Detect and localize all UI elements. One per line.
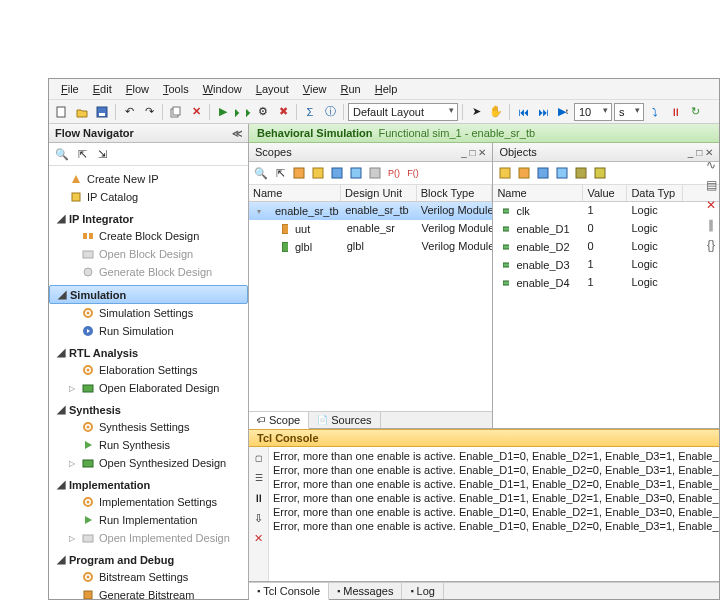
filter5-icon[interactable] bbox=[572, 164, 590, 182]
nav-group-ip-integrator[interactable]: ◢IP Integrator bbox=[49, 210, 248, 227]
pointer-icon[interactable]: ➤ bbox=[467, 103, 485, 121]
collapse-icon[interactable]: ⇱ bbox=[73, 145, 91, 163]
nav-item[interactable]: ▷Open Synthesized Design bbox=[49, 454, 248, 472]
menu-tools[interactable]: Tools bbox=[157, 81, 195, 97]
table-row[interactable]: enable_D10Logic bbox=[493, 220, 719, 238]
filter1-icon[interactable] bbox=[496, 164, 514, 182]
column-header[interactable]: Data Typ bbox=[627, 185, 683, 201]
menu-window[interactable]: Window bbox=[197, 81, 248, 97]
nav-tree[interactable]: Create New IPIP Catalog◢IP IntegratorCre… bbox=[49, 166, 248, 599]
run-all-icon[interactable]: ⏵⏵ bbox=[234, 103, 252, 121]
info-icon[interactable]: ⓘ bbox=[321, 103, 339, 121]
nav-item[interactable]: ▷Open Implemented Design bbox=[49, 529, 248, 547]
objects-table[interactable]: clk1Logicenable_D10Logicenable_D20Logice… bbox=[493, 202, 719, 428]
undo-icon[interactable]: ↶ bbox=[120, 103, 138, 121]
collapse-icon[interactable]: ⇱ bbox=[271, 164, 289, 182]
layout-combo[interactable]: Default Layout bbox=[348, 103, 458, 121]
save-icon[interactable] bbox=[93, 103, 111, 121]
pause-icon[interactable]: ⏸ bbox=[666, 103, 684, 121]
nav-item[interactable]: ▷Open Elaborated Design bbox=[49, 379, 248, 397]
slash-icon[interactable]: ∥ bbox=[708, 218, 714, 232]
restart-icon[interactable]: ⏮ bbox=[514, 103, 532, 121]
nav-item[interactable]: Create Block Design bbox=[49, 227, 248, 245]
menu-view[interactable]: View bbox=[297, 81, 333, 97]
column-header[interactable]: Name bbox=[249, 185, 341, 201]
func-icon[interactable]: F() bbox=[404, 164, 422, 182]
nav-item[interactable]: Open Block Design bbox=[49, 245, 248, 263]
nav-item[interactable]: Run Simulation bbox=[49, 322, 248, 340]
table-row[interactable]: enable_D31Logic bbox=[493, 256, 719, 274]
table-row[interactable]: ▾enable_sr_tbenable_sr_tbVerilog Module bbox=[249, 202, 492, 220]
redo-icon[interactable]: ↷ bbox=[140, 103, 158, 121]
nav-group-simulation[interactable]: ◢Simulation bbox=[49, 285, 248, 304]
filter2-icon[interactable] bbox=[515, 164, 533, 182]
tab-scope[interactable]: 🏷Scope bbox=[249, 412, 309, 429]
nav-item[interactable]: Generate Block Design bbox=[49, 263, 248, 281]
nav-item[interactable]: Bitstream Settings bbox=[49, 568, 248, 586]
box-orange2-icon[interactable] bbox=[309, 164, 327, 182]
filter6-icon[interactable] bbox=[591, 164, 609, 182]
tab-log[interactable]: ▪Log bbox=[402, 583, 444, 599]
nav-item[interactable]: Generate Bitstream bbox=[49, 586, 248, 599]
nav-group-program-and-debug[interactable]: ◢Program and Debug bbox=[49, 551, 248, 568]
column-header[interactable]: Design Unit bbox=[341, 185, 417, 201]
step-icon[interactable]: ⤵ bbox=[646, 103, 664, 121]
table-row[interactable]: enable_D41Logic bbox=[493, 274, 719, 292]
table-row[interactable]: uutenable_srVerilog Module bbox=[249, 220, 492, 238]
box-blue-icon[interactable] bbox=[328, 164, 346, 182]
box-orange-icon[interactable] bbox=[290, 164, 308, 182]
pause-log-icon[interactable]: ⏸ bbox=[250, 489, 268, 507]
close-icon[interactable]: ✕ bbox=[187, 103, 205, 121]
new-icon[interactable] bbox=[53, 103, 71, 121]
copy-icon[interactable] bbox=[167, 103, 185, 121]
menu-layout[interactable]: Layout bbox=[250, 81, 295, 97]
nav-item[interactable]: Implementation Settings bbox=[49, 493, 248, 511]
nav-group-implementation[interactable]: ◢Implementation bbox=[49, 476, 248, 493]
close-strip-icon[interactable]: ✕ bbox=[706, 198, 716, 212]
nav-item[interactable]: Elaboration Settings bbox=[49, 361, 248, 379]
menu-edit[interactable]: Edit bbox=[87, 81, 118, 97]
bracket-icon[interactable]: {} bbox=[707, 238, 715, 252]
db-icon[interactable]: ▤ bbox=[706, 178, 717, 192]
nav-item[interactable]: Run Synthesis bbox=[49, 436, 248, 454]
close-console-icon[interactable]: ✕ bbox=[250, 529, 268, 547]
relaunch-icon[interactable]: ↻ bbox=[686, 103, 704, 121]
clear-icon[interactable]: ☰ bbox=[250, 469, 268, 487]
menu-flow[interactable]: Flow bbox=[120, 81, 155, 97]
toggle-icon[interactable]: ▢ bbox=[250, 449, 268, 467]
table-row[interactable]: glblglblVerilog Module bbox=[249, 238, 492, 256]
step-over-icon[interactable]: ⏭ bbox=[534, 103, 552, 121]
filter3-icon[interactable] bbox=[534, 164, 552, 182]
filter4-icon[interactable] bbox=[553, 164, 571, 182]
menu-help[interactable]: Help bbox=[369, 81, 404, 97]
nav-item[interactable]: IP Catalog bbox=[49, 188, 248, 206]
box-blue2-icon[interactable] bbox=[347, 164, 365, 182]
tab-tcl-console[interactable]: ▪Tcl Console bbox=[249, 583, 329, 600]
table-row[interactable]: enable_D20Logic bbox=[493, 238, 719, 256]
sigma-icon[interactable]: Σ bbox=[301, 103, 319, 121]
nav-item[interactable]: Create New IP bbox=[49, 170, 248, 188]
time-unit-combo[interactable]: s bbox=[614, 103, 644, 121]
nav-group-rtl-analysis[interactable]: ◢RTL Analysis bbox=[49, 344, 248, 361]
stop-icon[interactable]: ✖ bbox=[274, 103, 292, 121]
nav-item[interactable]: Simulation Settings bbox=[49, 304, 248, 322]
run-time-icon[interactable]: ▶t bbox=[554, 103, 572, 121]
open-icon[interactable] bbox=[73, 103, 91, 121]
tab-sources[interactable]: 📄Sources bbox=[309, 412, 380, 428]
table-row[interactable]: clk1Logic bbox=[493, 202, 719, 220]
column-header[interactable]: Name bbox=[493, 185, 583, 201]
nav-item[interactable]: Run Implementation bbox=[49, 511, 248, 529]
run-icon[interactable]: ▶ bbox=[214, 103, 232, 121]
nav-item[interactable]: Synthesis Settings bbox=[49, 418, 248, 436]
menu-file[interactable]: File bbox=[55, 81, 85, 97]
wave-icon[interactable]: ∿ bbox=[706, 158, 716, 172]
scroll-lock-icon[interactable]: ⇩ bbox=[250, 509, 268, 527]
menu-run[interactable]: Run bbox=[335, 81, 367, 97]
tcl-console[interactable]: Error, more than one enable is active. E… bbox=[269, 447, 719, 581]
search-icon[interactable]: 🔍 bbox=[53, 145, 71, 163]
column-header[interactable]: Value bbox=[583, 185, 627, 201]
nav-group-synthesis[interactable]: ◢Synthesis bbox=[49, 401, 248, 418]
scopes-table[interactable]: ▾enable_sr_tbenable_sr_tbVerilog Moduleu… bbox=[249, 202, 492, 411]
hand-icon[interactable]: ✋ bbox=[487, 103, 505, 121]
gear-icon[interactable]: ⚙ bbox=[254, 103, 272, 121]
